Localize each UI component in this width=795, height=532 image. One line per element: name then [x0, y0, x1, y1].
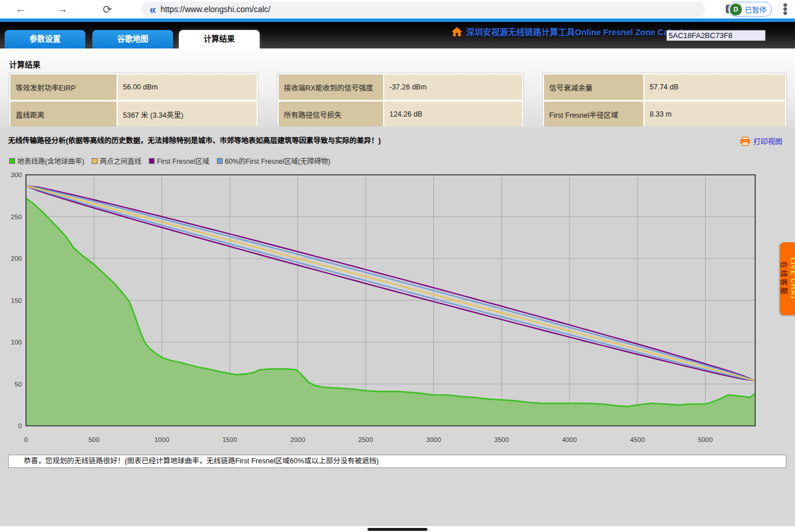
legend-item: 60%的First Fresnel区域(无障碍物): [217, 156, 331, 166]
live-chat-label-cn: 在线客服: [779, 261, 789, 296]
tab-results[interactable]: 计算结果: [179, 30, 260, 50]
results-group-2: 接收端RX能收到的信号强度 -37.26 dBm 所有路径信号损失 124.26…: [278, 73, 523, 126]
site-favicon-icon: «: [149, 3, 156, 15]
svg-text:2500: 2500: [358, 436, 373, 443]
svg-text:500: 500: [88, 436, 99, 443]
more-menu-icon[interactable]: ●●●: [780, 2, 790, 16]
result-value: 56.00 dBm: [118, 74, 257, 100]
legend-label: First Fresnel区域: [157, 156, 209, 166]
results-group-1: 等效发射功率EIRP 56.00 dBm 直线距离 5367 米 (3.34英里…: [9, 73, 258, 126]
legend-item: 地表线路(含地球曲率): [9, 156, 84, 166]
back-icon[interactable]: ←: [13, 1, 29, 17]
svg-text:1500: 1500: [222, 436, 237, 443]
legend-swatch: [217, 158, 223, 164]
svg-text:1000: 1000: [155, 436, 170, 443]
result-value: 57.74 dB: [644, 74, 785, 100]
forward-icon[interactable]: →: [54, 1, 70, 17]
live-chat-label-en: LIVE CHAT: [789, 257, 795, 300]
url-input[interactable]: [160, 5, 668, 14]
results-section: 计算结果 等效发射功率EIRP 56.00 dBm 直线距离 5367 米 (3…: [0, 48, 795, 128]
profile-chip[interactable]: D 已暂停: [728, 2, 772, 17]
tab-google-map[interactable]: 谷歌地图: [92, 30, 173, 48]
status-message-bar: 恭喜，您规划的无线链路很好！(图表已经计算地球曲率，无线链路First Fres…: [8, 455, 786, 468]
results-grid: 等效发射功率EIRP 56.00 dBm 直线距离 5367 米 (3.34英里…: [9, 73, 783, 126]
chart-section: 无线传输路径分析(依据等高线的历史数据，无法排除特别是城市、市郊等地表如高层建筑…: [0, 128, 795, 526]
print-view-link[interactable]: 打印视图: [740, 136, 782, 147]
svg-text:250: 250: [11, 213, 22, 220]
svg-text:2000: 2000: [290, 436, 305, 443]
result-label: 所有路径信号损失: [279, 102, 383, 127]
analysis-note: 无线传输路径分析(依据等高线的历史数据，无法排除特别是城市、市郊等地表如高层建筑…: [8, 134, 381, 145]
svg-text:300: 300: [11, 171, 22, 178]
svg-text:0: 0: [24, 436, 28, 443]
avatar: D: [730, 3, 742, 16]
url-bar[interactable]: «: [141, 2, 705, 17]
result-value: -37.26 dBm: [384, 74, 522, 100]
legend-label: 地表线路(含地球曲率): [17, 156, 84, 166]
result-label: 接收端RX能收到的信号强度: [279, 74, 383, 100]
svg-text:200: 200: [11, 255, 22, 262]
result-label: 等效发射功率EIRP: [10, 74, 117, 100]
reload-icon[interactable]: ⟳: [99, 1, 115, 17]
svg-text:100: 100: [11, 339, 22, 346]
page-title: 深圳安视源无线链路计算工具Online Fresnel Zone Calcula…: [466, 25, 699, 38]
legend-item: 两点之间直线: [92, 156, 141, 166]
svg-text:50: 50: [14, 381, 22, 388]
svg-text:3000: 3000: [426, 436, 441, 443]
result-value: 124.26 dB: [384, 102, 522, 127]
legend-label: 60%的First Fresnel区域(无障碍物): [225, 156, 331, 166]
path-profile-chart: 0501001502002503000500100015002000250030…: [0, 166, 767, 450]
legend-swatch: [149, 158, 155, 164]
result-label: 直线距离: [10, 102, 117, 127]
svg-text:4000: 4000: [562, 436, 577, 443]
chart-legend: 地表线路(含地球曲率) 两点之间直线 First Fresnel区域 60%的F…: [9, 156, 337, 166]
svg-text:0: 0: [18, 422, 22, 429]
taskbar-handle: [367, 528, 427, 531]
results-group-3: 信号衰减余量 57.74 dB First Fresnel半径区域 8.33 m: [543, 73, 786, 126]
svg-text:150: 150: [11, 297, 22, 304]
svg-text:3500: 3500: [494, 436, 509, 443]
results-section-title: 计算结果: [9, 58, 40, 70]
legend-label: 两点之间直线: [100, 156, 141, 166]
svg-text:5000: 5000: [698, 436, 713, 443]
live-chat-tab[interactable]: 在线客服 LIVE CHAT: [780, 242, 795, 315]
legend-swatch: [92, 158, 97, 164]
app-title-row: 深圳安视源无线链路计算工具Online Fresnel Zone Calcula…: [452, 25, 699, 38]
printer-icon: [740, 137, 750, 146]
result-value: 8.33 m: [644, 102, 785, 127]
svg-text:4500: 4500: [630, 436, 645, 443]
serial-input[interactable]: [666, 30, 766, 41]
tab-params[interactable]: 参数设置: [5, 30, 85, 48]
result-label: First Fresnel半径区域: [544, 102, 643, 127]
print-view-label: 打印视图: [753, 136, 782, 147]
result-label: 信号衰减余量: [544, 74, 643, 100]
browser-chrome: ← → ⟳ « D 已暂停 ●●●: [0, 0, 795, 18]
profile-status-label: 已暂停: [745, 4, 767, 15]
home-icon[interactable]: [452, 27, 462, 36]
legend-item: First Fresnel区域: [149, 156, 209, 166]
result-value: 5367 米 (3.34英里): [118, 102, 257, 127]
legend-swatch: [9, 158, 15, 164]
